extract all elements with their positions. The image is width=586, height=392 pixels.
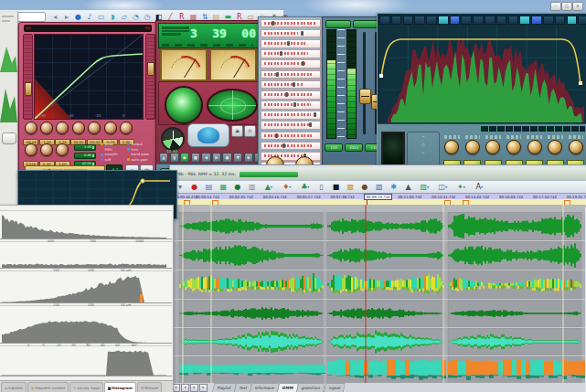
analyzer-toolbar-button-16[interactable] [567, 16, 578, 25]
rotary-meter-dial[interactable] [161, 127, 185, 151]
ruler-timestamp-6[interactable]: 00:09:19.742 [364, 194, 391, 200]
transport-button-1[interactable]: ▮ [170, 153, 179, 163]
eq-knob[interactable] [465, 140, 480, 154]
chain-strip-6[interactable] [261, 80, 321, 90]
chain-strip-7[interactable] [261, 90, 321, 100]
chain-strip-handle[interactable] [314, 112, 316, 117]
comp-knob[interactable] [120, 122, 133, 134]
tab-gramition[interactable]: gramition [296, 383, 325, 392]
daw-title-bar[interactable]: 24b - 96k, RPM = 32, 32 ms, [170, 168, 586, 180]
transport-button-0[interactable]: ▲ [159, 153, 168, 163]
transport-button-5[interactable]: ▶ [212, 153, 221, 163]
tab-informace[interactable]: Informace [250, 383, 280, 392]
eq-knob[interactable] [444, 140, 459, 154]
transport-button-8[interactable]: ◆ [244, 153, 253, 163]
comp-knob[interactable] [72, 122, 85, 134]
chain-strip-handle[interactable] [287, 41, 290, 46]
analyzer-toolbar-button-4[interactable] [426, 16, 437, 25]
tab-signal[interactable]: signal [323, 383, 346, 392]
analyzer-toolbar-button-6[interactable] [450, 16, 461, 25]
fft-chip-0[interactable]: 110 [325, 143, 343, 152]
chain-strip-2[interactable] [261, 39, 321, 48]
chain-strip-handle[interactable] [293, 102, 296, 107]
ruler-timestamp-9[interactable]: 00:14:22.742 [465, 195, 489, 199]
slider-handle[interactable] [25, 82, 32, 96]
tab-playlist[interactable]: Playlist [212, 383, 237, 392]
chain-strip-5[interactable] [261, 70, 321, 79]
tab-histogram[interactable]: ▆Histogram [104, 382, 136, 392]
daw-toolbar-icon-11[interactable]: ▩ [343, 181, 357, 193]
comp-spinner-1[interactable]: 0.60 [74, 153, 96, 159]
rack-power-button[interactable]: ⏻ [244, 125, 256, 137]
chain-strip-10[interactable] [261, 121, 321, 130]
daw-toolbar-icon-5[interactable]: ▥ [245, 181, 260, 193]
analyzer-toolbar-button-9[interactable] [485, 16, 495, 25]
transport-button-7[interactable]: ▼ [233, 153, 242, 163]
comp-check-left-3[interactable]: soft [101, 157, 126, 163]
chain-strip-handle[interactable] [309, 122, 312, 127]
daw-toolbar-icon-14[interactable]: ✱ [387, 181, 401, 193]
track-nav-button-1[interactable]: ◂ [181, 384, 189, 392]
tab-historie[interactable]: ◔Historie [137, 382, 162, 392]
chain-strip-0[interactable] [261, 19, 321, 28]
comp-knob[interactable] [40, 143, 53, 156]
comp-check-right-3[interactable]: auto gain [127, 157, 156, 163]
close-button[interactable]: ✕ [572, 2, 583, 11]
analyzer-toolbar-button-0[interactable] [379, 16, 390, 25]
analyzer-toolbar-button-10[interactable] [496, 16, 507, 25]
fader-handle-left[interactable] [359, 89, 371, 104]
chain-strip-12[interactable] [261, 142, 321, 151]
chain-strip-handle[interactable] [293, 82, 295, 87]
transfer-curve-graph[interactable]: -60-40-200 [34, 34, 144, 120]
chain-strip-handle[interactable] [275, 133, 278, 138]
analyzer-toolbar-button-8[interactable] [473, 16, 484, 25]
chain-strip-9[interactable] [261, 111, 321, 120]
daw-toolbar-icon-18[interactable]: ✦ [452, 181, 470, 193]
chain-strip-3[interactable] [261, 49, 321, 58]
transport-button-4[interactable]: ◀ [201, 153, 210, 163]
analyzer-toolbar-button-3[interactable] [414, 16, 425, 25]
daw-toolbar-icon-3[interactable]: ▦ [216, 181, 230, 193]
tab-survey-input[interactable]: ✎survey input [69, 382, 103, 392]
daw-toolbar-icon-8[interactable]: ♣ [296, 181, 314, 193]
analyzer-toolbar-button-17[interactable] [578, 16, 586, 25]
analyzer-toolbar-button-13[interactable] [531, 16, 542, 25]
analyzer-toolbar-button-15[interactable] [555, 16, 566, 25]
spectrum-display[interactable] [378, 26, 586, 122]
eq-knob[interactable] [569, 140, 583, 154]
daw-toolbar-icon-6[interactable]: ▲ [260, 181, 278, 193]
output-slider[interactable] [145, 34, 155, 120]
eq-knob[interactable] [506, 140, 521, 154]
minimize-button[interactable]: – [550, 2, 561, 11]
eject-button[interactable]: ⏏ [231, 125, 243, 137]
transport-button-6[interactable]: ● [222, 153, 231, 163]
chain-strip-handle[interactable] [276, 72, 279, 77]
analyzer-toolbar-button-2[interactable] [403, 16, 414, 25]
comp-knob[interactable] [25, 122, 37, 134]
comp-knob[interactable] [25, 143, 37, 156]
tab-frequent-content[interactable]: ▤frequent content [27, 382, 69, 392]
daw-toolbar-icon-15[interactable]: ▲ [401, 181, 416, 193]
fft-chip-1[interactable]: 1024 [345, 143, 363, 152]
comp-knob[interactable] [88, 122, 101, 134]
analyzer-toolbar-button-12[interactable] [519, 16, 530, 25]
analyzer-toolbar-button-7[interactable] [461, 16, 472, 25]
comp-knob[interactable] [40, 122, 53, 134]
daw-toolbar-icon-9[interactable]: ▯ [314, 181, 329, 193]
chain-strip-8[interactable] [261, 101, 321, 110]
mini-button[interactable] [2, 132, 16, 144]
chain-strip-handle[interactable] [282, 143, 285, 148]
daw-toolbar-icon-2[interactable]: ▤ [202, 181, 217, 193]
input-slider[interactable] [23, 34, 33, 120]
ruler-timestamp-12[interactable]: 00:19:25.742 [567, 195, 586, 199]
daw-toolbar-icon-4[interactable]: ● [230, 181, 245, 193]
eq-knob[interactable] [527, 140, 542, 154]
comp-spinner-0[interactable]: 1.00 [74, 144, 96, 151]
daw-toolbar-icon-10[interactable]: ■ [329, 181, 344, 193]
daw-toolbar-icon-17[interactable]: ◫ [433, 181, 452, 193]
daw-toolbar-icon-13[interactable]: ▧ [372, 181, 387, 193]
comp-knob[interactable] [56, 122, 69, 134]
ruler-timestamp-1[interactable]: 00:00:54.742 [196, 195, 219, 199]
ruler-timestamp-2[interactable]: 00:02:35.742 [229, 195, 253, 199]
comp-knob[interactable] [104, 122, 117, 134]
